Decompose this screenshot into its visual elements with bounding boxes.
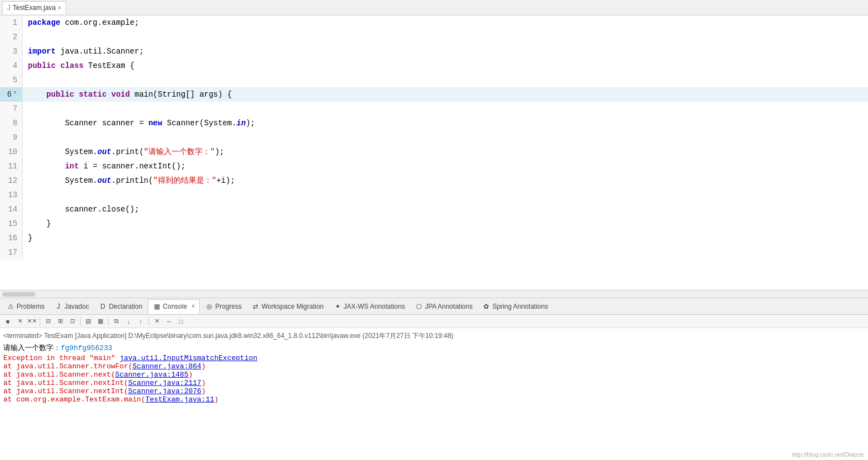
- tab-icon: D: [99, 303, 106, 310]
- panel-tab-jpa-annotations[interactable]: ⬡JPA Annotations: [411, 299, 477, 314]
- tab-label: Javadoc: [65, 303, 89, 310]
- panel-tab-spring-annotations[interactable]: ✿Spring Annotations: [478, 299, 552, 314]
- tab-close-icon[interactable]: ×: [191, 303, 195, 309]
- line-number: 3: [0, 44, 22, 59]
- exception-prefix: Exception in thread "main": [3, 354, 120, 362]
- code-line: 6° public static void main(String[] args…: [0, 87, 868, 102]
- line-number: 2: [0, 30, 22, 44]
- tab-icon: ⬡: [415, 303, 423, 310]
- stack4-link[interactable]: Scanner.java:2076: [128, 387, 201, 395]
- line-content[interactable]: public class TestExam {: [22, 59, 868, 73]
- panel-tab-workspace-migration[interactable]: ⇄Workspace Migration: [247, 299, 328, 314]
- tab-icon: ⇄: [252, 303, 259, 310]
- max-btn[interactable]: □: [175, 316, 187, 327]
- line-content[interactable]: System.out.print("请输入一个数字：");: [22, 145, 868, 159]
- code-line: 5: [0, 73, 868, 87]
- panel-tab-problems[interactable]: ⚠Problems: [2, 299, 49, 314]
- tab-label: Declaration: [109, 303, 142, 310]
- line-content[interactable]: }: [22, 216, 868, 231]
- code-line: 7: [0, 102, 868, 116]
- code-line: 13: [0, 188, 868, 202]
- code-container[interactable]: 1package com.org.example;2 3import java.…: [0, 15, 868, 290]
- line-content[interactable]: [22, 188, 868, 202]
- stack2-end: ): [188, 371, 193, 379]
- tab-label: TestExam.java: [13, 4, 56, 12]
- stack5-link[interactable]: TestExam.java:11: [145, 395, 214, 404]
- panel-tab-progress[interactable]: ◎Progress: [201, 299, 246, 314]
- scroll-lock-btn[interactable]: ⊟: [42, 316, 54, 327]
- tab-close-icon[interactable]: ×: [58, 5, 61, 11]
- prev-btn[interactable]: ↑: [135, 316, 146, 327]
- remove-btn[interactable]: ✕: [14, 316, 25, 327]
- stack4-end: ): [201, 387, 206, 395]
- divider4: [148, 317, 149, 326]
- console-input-value: fg9hfg956233: [61, 344, 113, 352]
- line-content[interactable]: [22, 245, 868, 260]
- tab-label: JAX-WS Annotations: [344, 303, 405, 310]
- line-content[interactable]: import java.util.Scanner;: [22, 44, 868, 59]
- line-content[interactable]: [22, 130, 868, 145]
- next-btn[interactable]: ↓: [123, 316, 134, 327]
- stack1-text: at java.util.Scanner.throwFor(: [3, 362, 132, 371]
- console-output[interactable]: <terminated> TestExam [Java Application]…: [0, 328, 868, 460]
- line-number: 11: [0, 159, 22, 173]
- console-prompt-line: 请输入一个数字：fg9hfg956233: [3, 343, 865, 353]
- line-number: 17: [0, 245, 22, 260]
- copy-btn[interactable]: ▤: [83, 316, 94, 327]
- expand-btn[interactable]: ⊞: [55, 316, 66, 327]
- panel-tab-jax-ws-annotations[interactable]: ✦JAX-WS Annotations: [329, 299, 409, 314]
- line-number: 9: [0, 130, 22, 145]
- line-content[interactable]: System.out.println("得到的结果是："+i);: [22, 173, 868, 188]
- min-btn[interactable]: ─: [163, 316, 174, 327]
- console-stack3: at java.util.Scanner.nextInt(Scanner.jav…: [3, 379, 865, 387]
- remove-all-btn[interactable]: ✕✕: [26, 316, 38, 327]
- tab-label: Progress: [215, 303, 242, 310]
- pin-btn[interactable]: ⊡: [67, 316, 78, 327]
- stack3-end: ): [201, 379, 206, 387]
- tab-icon: ✦: [334, 303, 342, 310]
- editor-tab[interactable]: J TestExam.java ×: [2, 1, 66, 14]
- line-content[interactable]: scanner.close();: [22, 202, 868, 216]
- line-content[interactable]: public static void main(String[] args) {: [22, 87, 868, 102]
- line-content[interactable]: [22, 30, 868, 44]
- line-content[interactable]: int i = scanner.nextInt();: [22, 159, 868, 173]
- panel-tab-javadoc[interactable]: JJavadoc: [50, 299, 94, 314]
- code-line: 9: [0, 130, 868, 145]
- tab-icon: ✿: [482, 303, 490, 310]
- stack5-text: at com.org.example.TestExam.main(: [3, 395, 145, 404]
- tab-icon: ⚠: [7, 303, 14, 310]
- close-panel-btn[interactable]: ✕: [151, 316, 162, 327]
- stop-btn[interactable]: ■: [2, 316, 13, 327]
- stack5-end: ): [214, 395, 219, 404]
- line-content[interactable]: [22, 102, 868, 116]
- line-content[interactable]: [22, 73, 868, 87]
- file-icon: J: [7, 4, 10, 12]
- stack3-link[interactable]: Scanner.java:2117: [128, 379, 201, 387]
- stack2-link[interactable]: Scanner.java:1485: [115, 371, 189, 379]
- view-btn[interactable]: ⧉: [111, 316, 122, 327]
- line-number: 12: [0, 173, 22, 188]
- paste-btn[interactable]: ▦: [95, 316, 106, 327]
- code-line: 3import java.util.Scanner;: [0, 44, 868, 59]
- console-stack2: at java.util.Scanner.next(Scanner.java:1…: [3, 371, 865, 379]
- horizontal-scrollbar[interactable]: [0, 290, 868, 298]
- line-content[interactable]: Scanner scanner = new Scanner(System.in)…: [22, 116, 868, 130]
- panel-tab-console[interactable]: ▦Console×: [148, 299, 200, 314]
- panel-tab-declaration[interactable]: DDeclaration: [94, 299, 147, 314]
- console-stack5: at com.org.example.TestExam.main(TestExa…: [3, 395, 865, 404]
- line-content[interactable]: }: [22, 231, 868, 245]
- line-number: 4: [0, 59, 22, 73]
- line-number: 15: [0, 216, 22, 231]
- tab-label: JPA Annotations: [425, 303, 473, 310]
- exception-link[interactable]: java.util.InputMismatchException: [120, 354, 258, 362]
- divider2: [80, 317, 81, 326]
- line-number: 16: [0, 231, 22, 245]
- line-number: 1: [0, 15, 22, 30]
- panel-tabs: ⚠ProblemsJJavadocDDeclaration▦Console×◎P…: [0, 298, 868, 315]
- stack1-link[interactable]: Scanner.java:864: [132, 362, 201, 371]
- tab-icon: ▦: [153, 303, 161, 310]
- line-content[interactable]: package com.org.example;: [22, 15, 868, 30]
- console-exception-line1: Exception in thread "main" java.util.Inp…: [3, 354, 865, 362]
- line-number: 14: [0, 202, 22, 216]
- bottom-panel: ⚠ProblemsJJavadocDDeclaration▦Console×◎P…: [0, 298, 868, 460]
